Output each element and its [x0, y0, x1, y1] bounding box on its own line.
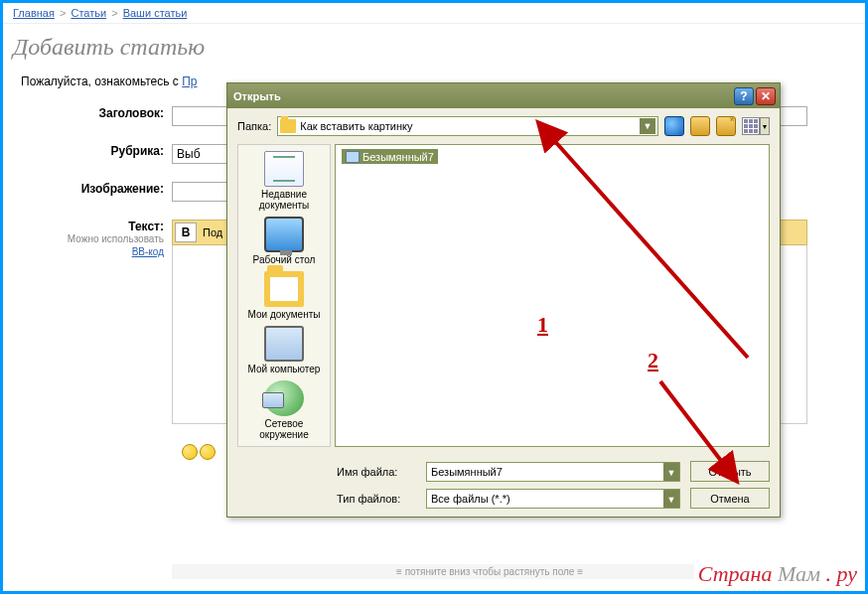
- filetype-input[interactable]: [427, 490, 663, 508]
- filename-label: Имя файла:: [337, 466, 416, 478]
- page-title: Добавить статью: [3, 24, 865, 74]
- watermark: Страна Мам . ру: [694, 561, 861, 587]
- bbcode-link[interactable]: BB-код: [132, 246, 164, 257]
- help-button[interactable]: ?: [734, 87, 754, 105]
- view-mode-button[interactable]: ▼: [742, 117, 770, 135]
- smiley-icon[interactable]: [182, 444, 198, 460]
- open-button[interactable]: Открыть: [690, 461, 770, 482]
- breadcrumb-articles[interactable]: Статьи: [71, 7, 106, 19]
- place-computer[interactable]: Мой компьютер: [240, 326, 328, 374]
- chevron-down-icon[interactable]: ▼: [663, 463, 679, 481]
- place-mydocs[interactable]: Мои документы: [240, 271, 328, 320]
- breadcrumb: Главная > Статьи > Ваши статьи: [3, 3, 865, 24]
- chevron-down-icon[interactable]: ▼: [640, 118, 655, 134]
- place-recent[interactable]: Недавние документы: [240, 151, 328, 211]
- computer-icon: [264, 326, 304, 362]
- dialog-titlebar[interactable]: Открыть ? ✕: [227, 83, 780, 108]
- places-bar: Недавние документы Рабочий стол Мои доку…: [237, 144, 331, 447]
- new-folder-icon[interactable]: [716, 116, 736, 136]
- place-desktop[interactable]: Рабочий стол: [240, 217, 328, 265]
- recent-docs-icon: [264, 151, 304, 187]
- network-icon: [264, 380, 304, 416]
- bold-button[interactable]: B: [175, 223, 197, 242]
- folder-icon: [280, 119, 296, 133]
- rubric-select[interactable]: [172, 144, 231, 164]
- filename-input[interactable]: [427, 463, 663, 481]
- rubric-label: Рубрика:: [13, 144, 172, 158]
- folder-label: Папка:: [237, 120, 271, 132]
- filetype-select[interactable]: ▼: [426, 489, 680, 509]
- file-open-dialog: Открыть ? ✕ Папка: Как вставить картинку…: [226, 82, 781, 518]
- cancel-button[interactable]: Отмена: [690, 488, 770, 509]
- nav-up-icon[interactable]: [690, 116, 710, 136]
- close-button[interactable]: ✕: [756, 87, 776, 105]
- nav-back-icon[interactable]: [664, 116, 684, 136]
- breadcrumb-home[interactable]: Главная: [13, 7, 55, 19]
- image-label: Изображение:: [13, 182, 172, 196]
- filename-field[interactable]: ▼: [426, 462, 680, 482]
- folder-select[interactable]: Как вставить картинку ▼: [277, 116, 658, 136]
- file-item[interactable]: Безымянный7: [342, 149, 438, 164]
- breadcrumb-your-articles[interactable]: Ваши статьи: [123, 7, 188, 19]
- text-label: Текст: Можно использовать BB-код: [13, 220, 172, 258]
- desktop-icon: [264, 217, 304, 252]
- chevron-down-icon[interactable]: ▼: [663, 490, 679, 508]
- image-file-icon: [346, 151, 360, 163]
- heading-label: Заголовок:: [13, 106, 172, 120]
- file-list[interactable]: Безымянный7: [335, 144, 770, 447]
- dialog-title: Открыть: [231, 90, 732, 102]
- place-network[interactable]: Сетевое окружение: [240, 380, 328, 440]
- filetype-label: Тип файлов:: [337, 493, 416, 505]
- smiley-icon[interactable]: [200, 444, 216, 460]
- mydocs-icon: [264, 271, 304, 307]
- intro-link[interactable]: Пр: [182, 74, 197, 88]
- toolbar-hint: Под: [203, 226, 222, 238]
